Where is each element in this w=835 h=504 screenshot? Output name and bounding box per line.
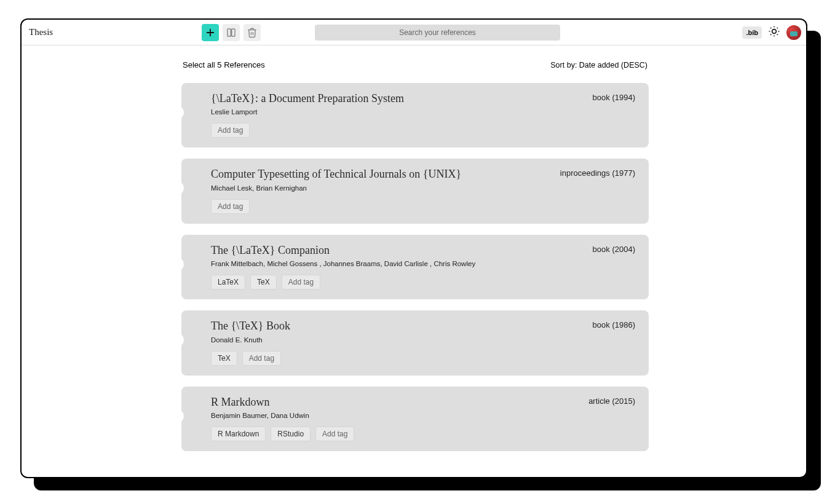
columns-button[interactable] (223, 24, 240, 41)
tag[interactable]: RStudio (271, 427, 311, 441)
list-header: Select all 5 References Sort by: Date ad… (181, 60, 649, 69)
reference-card[interactable]: The {\LaTeX} Companionbook (2004)Frank M… (181, 235, 649, 299)
tags-row: R MarkdownRStudioAdd tag (211, 427, 635, 441)
tags-row: TeXAdd tag (211, 351, 635, 366)
reference-authors: Leslie Lamport (211, 108, 635, 116)
svg-line-7 (770, 28, 771, 28)
reference-checkbox[interactable] (169, 409, 184, 423)
reference-title: R Markdown (211, 395, 270, 409)
add-tag-button[interactable]: Add tag (211, 199, 250, 214)
tag[interactable]: TeX (250, 275, 277, 289)
reference-title: {\LaTeX}: a Document Preparation System (211, 92, 404, 106)
svg-rect-3 (232, 29, 235, 36)
add-tag-button[interactable]: Add tag (315, 427, 354, 441)
tag[interactable]: R Markdown (211, 427, 266, 441)
reference-checkbox[interactable] (169, 257, 184, 272)
add-reference-button[interactable] (202, 24, 219, 41)
theme-toggle-button[interactable] (768, 25, 780, 40)
reference-list: {\LaTeX}: a Document Preparation Systemb… (181, 83, 649, 451)
reference-title: The {\TeX} Book (211, 319, 290, 333)
reference-checkbox[interactable] (169, 333, 184, 347)
reference-authors: Michael Lesk, Brian Kernighan (211, 184, 635, 192)
add-tag-button[interactable]: Add tag (242, 351, 281, 366)
reference-meta: book (1986) (593, 319, 635, 329)
tags-row: Add tag (211, 123, 635, 138)
svg-line-11 (770, 34, 771, 34)
toolbar-center (202, 24, 560, 41)
reference-meta: book (2004) (593, 243, 635, 254)
app-window: Thesis .bib Select all (20, 18, 807, 478)
avatar[interactable] (786, 25, 801, 40)
columns-icon (226, 27, 237, 38)
sun-icon (768, 25, 780, 37)
toolbar: Thesis .bib (22, 20, 806, 45)
reference-card[interactable]: R Markdownarticle (2015)Benjamin Baumer,… (181, 387, 649, 451)
tags-row: LaTeXTeXAdd tag (211, 275, 635, 289)
svg-line-12 (777, 28, 778, 28)
reference-meta: inproceedings (1977) (560, 167, 635, 178)
reference-title: The {\LaTeX} Companion (211, 243, 330, 258)
svg-point-4 (772, 29, 777, 33)
add-tag-button[interactable]: Add tag (282, 275, 320, 289)
plus-icon (205, 27, 216, 38)
reference-card[interactable]: Computer Typesetting of Technical Journa… (181, 159, 649, 223)
content: Select all 5 References Sort by: Date ad… (22, 45, 806, 477)
add-tag-button[interactable]: Add tag (211, 123, 250, 138)
reference-authors: Benjamin Baumer, Dana Udwin (211, 412, 635, 419)
tags-row: Add tag (211, 199, 635, 214)
svg-line-8 (777, 34, 778, 34)
reference-authors: Donald E. Knuth (211, 336, 635, 344)
svg-rect-2 (228, 29, 231, 36)
reference-checkbox[interactable] (169, 181, 184, 195)
export-bib-button[interactable]: .bib (742, 26, 762, 39)
reference-meta: book (1994) (593, 92, 635, 102)
search-input[interactable] (315, 25, 560, 41)
toolbar-right: .bib (742, 25, 801, 40)
trash-icon (247, 27, 258, 38)
reference-title: Computer Typesetting of Technical Journa… (211, 167, 461, 181)
sort-button[interactable]: Sort by: Date added (DESC) (550, 61, 647, 69)
reference-card[interactable]: The {\TeX} Bookbook (1986)Donald E. Knut… (181, 310, 649, 375)
reference-checkbox[interactable] (169, 105, 184, 120)
project-title: Thesis (28, 27, 53, 37)
reference-meta: article (2015) (588, 395, 635, 406)
reference-card[interactable]: {\LaTeX}: a Document Preparation Systemb… (181, 83, 649, 148)
tag[interactable]: LaTeX (211, 275, 245, 289)
reference-authors: Frank Mittelbach, Michel Gossens , Johan… (211, 260, 635, 267)
tag[interactable]: TeX (211, 351, 237, 366)
delete-button[interactable] (243, 24, 261, 41)
select-all-button[interactable]: Select all 5 References (183, 60, 265, 69)
